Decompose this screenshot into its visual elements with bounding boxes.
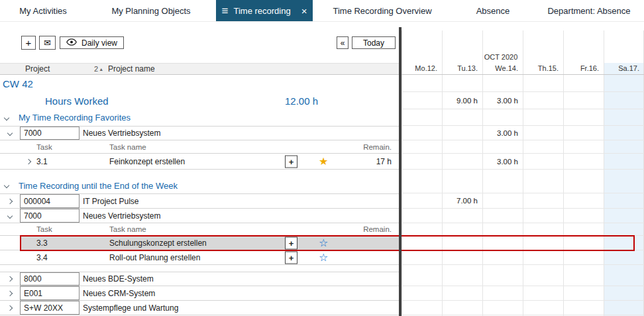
remaining-hours: 17 h [376, 154, 392, 169]
day-header-row: Mo.12. Tu.13. We.14. Th.15. Fr.16. Sa.17… [402, 63, 644, 74]
task-id: 3.4 [36, 250, 48, 264]
project-id-cell[interactable]: 000004 [20, 194, 80, 208]
favorite-star-icon[interactable]: ☆ [319, 250, 328, 264]
panel-splitter[interactable] [399, 27, 402, 316]
row-spacer [0, 170, 644, 178]
daily-view-button[interactable]: Daily view [60, 36, 124, 49]
section-title: My Time Recording Favorites [19, 109, 131, 126]
add-button[interactable]: + [21, 36, 36, 50]
project-row[interactable]: 8000 Neues BDE-System [0, 272, 644, 286]
collapse-icon[interactable] [4, 115, 9, 120]
task-id: 3.3 [36, 236, 48, 250]
expand-icon[interactable] [7, 305, 13, 310]
tab-time-recording[interactable]: ≡ Time recording × [216, 0, 313, 21]
expand-icon[interactable] [7, 213, 13, 218]
row-spacer [0, 265, 644, 272]
task-id: 3.1 [36, 154, 48, 169]
column-header-remain: Remain. [363, 140, 392, 153]
section-favorites[interactable]: My Time Recording Favorites [0, 109, 644, 126]
task-row[interactable]: 3.4 Roll-out Planung erstellen + ☆ [0, 250, 644, 265]
column-header-project[interactable]: Project [25, 64, 50, 74]
sort-indicator: 2 ▲ [94, 64, 103, 74]
time-recording-app: My Activities My Planning Objects ≡ Time… [0, 0, 644, 316]
project-id-cell[interactable]: 7000 [20, 127, 80, 140]
expand-icon[interactable] [7, 131, 13, 136]
expand-icon[interactable] [7, 276, 13, 282]
section-title: Time Recording until the End of the Week [19, 178, 178, 193]
sort-order: 2 [94, 65, 98, 73]
hours-worked-row: Hours Worked 12.00 h 9.00 h 3.00 h [0, 92, 644, 109]
project-row[interactable]: 000004 IT Project Pulse 7.00 h [0, 193, 644, 209]
project-name: Neues CRM-System [83, 286, 155, 300]
project-id-cell[interactable]: 8000 [20, 272, 80, 286]
sort-ascending-icon: ▲ [99, 67, 103, 72]
task-name: Roll-out Planung erstellen [109, 250, 200, 264]
favorite-star-icon[interactable]: ★ [319, 154, 328, 169]
day-header: Tu.13. [442, 63, 482, 74]
tab-my-activities[interactable]: My Activities [0, 0, 86, 21]
project-row[interactable]: S+W 20XX Systempflege und Wartung [0, 301, 644, 315]
project-row[interactable]: E001 Neues CRM-System [0, 286, 644, 301]
project-table-header: Project 2 ▲ Project name [0, 63, 400, 74]
expand-icon[interactable] [7, 198, 13, 203]
table-header-row: Project 2 ▲ Project name Mo.12. Tu.13. W… [0, 63, 644, 75]
favorite-star-icon[interactable]: ☆ [319, 236, 328, 250]
toolbar: + ✉ Daily view « Today [0, 22, 400, 63]
date-navigation: « Today [337, 36, 396, 49]
day-header: Th.15. [523, 63, 563, 74]
column-header-task: Task [36, 140, 52, 153]
selection-highlight [20, 236, 400, 250]
project-name: Neues Vertriebsystem [83, 209, 160, 223]
close-icon[interactable]: × [301, 6, 307, 16]
project-name: Neues Vertriebsystem [83, 127, 160, 140]
week-row: CW 42 [0, 75, 644, 92]
column-header-task-name: Task name [109, 223, 146, 235]
day-total-hours: 3.00 h [482, 92, 523, 109]
month-label: OCT 2020 [402, 53, 600, 61]
day-total-hours: 9.00 h [442, 92, 482, 109]
tab-my-planning-objects[interactable]: My Planning Objects [86, 0, 216, 21]
task-row[interactable]: 3.1 Feinkonzept erstellen + ★ 17 h 3.00 … [0, 154, 644, 170]
project-row[interactable]: 7000 Neues Vertriebsystem [0, 209, 644, 223]
tab-label: Time recording [233, 6, 290, 16]
project-name: Systempflege und Wartung [83, 301, 178, 315]
day-header: Fr.16. [563, 63, 604, 74]
week-title: CW 42 [3, 75, 33, 92]
task-name: Feinkonzept erstellen [109, 154, 185, 169]
previous-week-button[interactable]: « [337, 36, 349, 49]
project-id-cell[interactable]: E001 [20, 286, 80, 300]
add-entry-button[interactable]: + [285, 251, 297, 264]
column-header-project-name[interactable]: Project name [108, 64, 155, 74]
daily-view-label: Daily view [81, 38, 117, 48]
menu-icon[interactable]: ≡ [222, 5, 229, 17]
task-row-selected[interactable]: 3.3 Schulungskonzept erstellen + ☆ [0, 236, 644, 250]
project-name: IT Project Pulse [83, 194, 138, 208]
hours-worked-label: Hours Worked [45, 92, 109, 109]
mail-button[interactable]: ✉ [39, 36, 56, 50]
day-hours[interactable]: 3.00 h [482, 154, 523, 169]
add-entry-button[interactable]: + [285, 237, 297, 249]
today-button[interactable]: Today [352, 36, 396, 49]
day-hours: 3.00 h [482, 126, 523, 140]
column-header-task: Task [36, 223, 52, 235]
tab-department-absence[interactable]: Department: Absence [534, 0, 644, 21]
project-name: Neues BDE-System [83, 272, 154, 286]
project-id-cell[interactable]: S+W 20XX [20, 301, 80, 315]
time-recording-table: CW 42 Hours Worked 12.00 h 9.00 h 3.00 h [0, 75, 644, 315]
expand-icon[interactable] [7, 290, 13, 295]
eye-icon [66, 38, 77, 48]
collapse-icon[interactable] [4, 183, 9, 188]
project-id-cell[interactable]: 7000 [20, 209, 80, 223]
task-header-row: Task Task name Remain. [0, 223, 644, 236]
content-area: + ✉ Daily view « Today OCT 2020 Project … [0, 22, 644, 316]
tab-absence[interactable]: Absence [452, 0, 534, 21]
column-header-remain: Remain. [363, 223, 392, 235]
add-entry-button[interactable]: + [285, 155, 297, 168]
expand-icon[interactable] [26, 158, 31, 164]
day-header: We.14. [482, 63, 523, 74]
section-end-of-week[interactable]: Time Recording until the End of the Week [0, 178, 644, 193]
hours-worked-total: 12.00 h [285, 92, 318, 109]
tab-time-recording-overview[interactable]: Time Recording Overview [313, 0, 452, 21]
project-row[interactable]: 7000 Neues Vertriebsystem 3.00 h [0, 126, 644, 140]
task-header-row: Task Task name Remain. [0, 140, 644, 154]
